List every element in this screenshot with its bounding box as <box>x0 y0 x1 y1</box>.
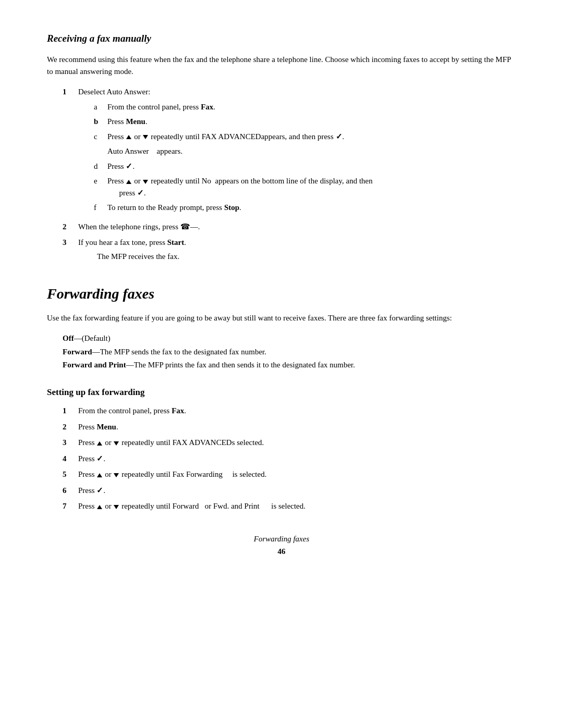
forwarding-intro: Use the fax forwarding feature if you ar… <box>47 312 516 324</box>
footer-label: Forwarding faxes <box>254 535 310 543</box>
step-1-content: Deselect Auto Answer: a From the control… <box>78 86 373 217</box>
step-2-text: When the telephone rings, press ☎―. <box>78 221 200 233</box>
forwarding-title: Forwarding faxes <box>47 283 516 305</box>
substep-a: a From the control panel, press Fax. <box>94 101 373 113</box>
substep-b: b Press Menu. <box>94 116 373 128</box>
arrow-down-icon <box>143 135 148 139</box>
setup-step-6-text: Press ✓. <box>78 485 105 497</box>
substep-d: d Press ✓. <box>94 161 373 172</box>
setup-step-3-text: Press or repeatedly until FAX ADVANCEDs … <box>78 437 264 449</box>
step-1-text: Deselect Auto Answer: <box>78 88 150 96</box>
substep-c: c Press or repeatedly until FAX ADVANCED… <box>94 131 373 143</box>
substep-e-text: Press or repeatedly until No appears on … <box>107 175 373 199</box>
arrow-down-icon-5 <box>114 505 119 509</box>
setup-step-2: 2 Press Menu. <box>63 421 516 433</box>
arrow-down-icon-3 <box>114 441 119 446</box>
setup-subsection: Setting up fax forwarding 1 From the con… <box>47 386 516 512</box>
substep-f: f To return to the Ready prompt, press S… <box>94 202 373 214</box>
receiving-steps: 1 Deselect Auto Answer: a From the contr… <box>63 86 516 264</box>
setup-step-5-num: 5 <box>63 468 72 480</box>
substep-a-text: From the control panel, press Fax. <box>107 101 215 113</box>
letter-f: f <box>94 202 102 214</box>
setup-step-7: 7 Press or repeatedly until Forward or F… <box>63 500 516 512</box>
step-3-num: 3 <box>63 237 72 264</box>
setup-step-7-text: Press or repeatedly until Forward or Fwd… <box>78 500 305 512</box>
step-1-num: 1 <box>63 86 72 217</box>
step-2: 2 When the telephone rings, press ☎―. <box>63 221 516 233</box>
setup-step-1-num: 1 <box>63 405 72 417</box>
step-3-indent: The MFP receives the fax. <box>97 251 186 263</box>
setup-step-3-num: 3 <box>63 437 72 449</box>
footer-page-number: 46 <box>47 546 516 558</box>
substep-c-text: Press or repeatedly until FAX ADVANCEDap… <box>107 131 344 143</box>
setup-steps: 1 From the control panel, press Fax. 2 P… <box>63 405 516 512</box>
setup-title: Setting up fax forwarding <box>47 386 516 399</box>
arrow-up-icon-2 <box>126 180 131 184</box>
step-1: 1 Deselect Auto Answer: a From the contr… <box>63 86 516 217</box>
arrow-up-icon-5 <box>97 505 102 509</box>
setup-step-7-num: 7 <box>63 500 72 512</box>
step-3: 3 If you hear a fax tone, press Start. T… <box>63 237 516 264</box>
setup-step-4-text: Press ✓. <box>78 453 105 465</box>
letter-e: e <box>94 175 102 199</box>
indent-text: Auto Answer appears. <box>107 145 182 157</box>
setting-forward: Forward—The MFP sends the fax to the des… <box>63 346 516 358</box>
setup-step-1-text: From the control panel, press Fax. <box>78 405 186 417</box>
step-1-substeps: a From the control panel, press Fax. b P… <box>94 101 373 214</box>
arrow-up-icon-3 <box>97 441 102 446</box>
receiving-intro: We recommend using this feature when the… <box>47 54 516 78</box>
setup-step-2-num: 2 <box>63 421 72 433</box>
step-3-content: If you hear a fax tone, press Start. The… <box>78 237 186 264</box>
letter-a: a <box>94 101 102 113</box>
setup-step-2-text: Press Menu. <box>78 421 118 433</box>
arrow-up-icon <box>126 135 131 139</box>
setting-off: Off—(Default) <box>63 332 516 344</box>
letter-b: b <box>94 116 102 128</box>
forwarding-section: Forwarding faxes Use the fax forwarding … <box>47 283 516 512</box>
setup-step-6-num: 6 <box>63 485 72 497</box>
substep-f-text: To return to the Ready prompt, press Sto… <box>107 202 241 214</box>
setup-step-5-text: Press or repeatedly until Fax Forwarding… <box>78 468 266 480</box>
substep-indent: Auto Answer appears. <box>94 145 373 157</box>
step-3-text: If you hear a fax tone, press Start. <box>78 238 186 246</box>
letter-c: c <box>94 131 102 143</box>
step-2-num: 2 <box>63 221 72 233</box>
substep-d-text: Press ✓. <box>107 161 134 172</box>
setup-step-3: 3 Press or repeatedly until FAX ADVANCED… <box>63 437 516 449</box>
receiving-title: Receiving a fax manually <box>47 31 516 46</box>
receiving-section: Receiving a fax manually We recommend us… <box>47 31 516 264</box>
setup-step-5: 5 Press or repeatedly until Fax Forwardi… <box>63 468 516 480</box>
setup-step-6: 6 Press ✓. <box>63 485 516 497</box>
arrow-up-icon-4 <box>97 473 102 477</box>
letter-d: d <box>94 161 102 172</box>
substep-b-text: Press Menu. <box>107 116 148 128</box>
page-footer: Forwarding faxes 46 <box>47 533 516 558</box>
forwarding-settings: Off—(Default) Forward—The MFP sends the … <box>63 332 516 371</box>
substep-e: e Press or repeatedly until No appears o… <box>94 175 373 199</box>
setup-step-1: 1 From the control panel, press Fax. <box>63 405 516 417</box>
setting-forward-print: Forward and Print—The MFP prints the fax… <box>63 359 516 371</box>
setup-step-4-num: 4 <box>63 453 72 465</box>
setup-step-4: 4 Press ✓. <box>63 453 516 465</box>
letter-indent <box>94 145 102 157</box>
arrow-down-icon-4 <box>114 473 119 477</box>
arrow-down-icon-2 <box>143 180 148 184</box>
